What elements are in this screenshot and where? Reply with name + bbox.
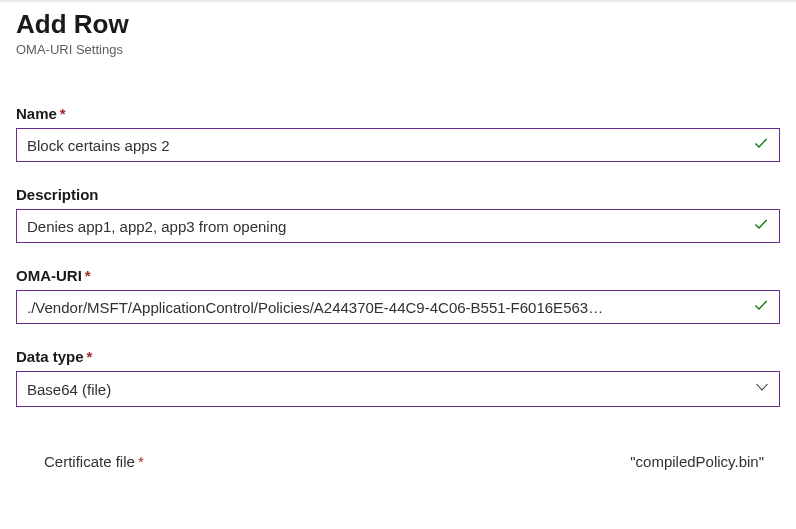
description-label: Description xyxy=(16,186,780,203)
required-marker: * xyxy=(85,267,91,284)
certificate-file-name: "compiledPolicy.bin" xyxy=(630,453,770,470)
add-row-panel: Add Row OMA-URI Settings Name* Descripti… xyxy=(0,3,796,470)
datatype-select-wrap: Base64 (file) xyxy=(16,371,780,407)
omauri-label: OMA-URI* xyxy=(16,267,780,284)
description-label-text: Description xyxy=(16,186,99,203)
description-input-wrap xyxy=(16,209,780,243)
datatype-selected-value: Base64 (file) xyxy=(27,381,111,398)
omauri-input[interactable] xyxy=(16,290,780,324)
description-input[interactable] xyxy=(16,209,780,243)
field-description: Description xyxy=(16,186,780,243)
omauri-input-wrap xyxy=(16,290,780,324)
required-marker: * xyxy=(138,453,144,470)
datatype-select[interactable]: Base64 (file) xyxy=(16,371,780,407)
name-input-wrap xyxy=(16,128,780,162)
field-omauri: OMA-URI* xyxy=(16,267,780,324)
field-datatype: Data type* Base64 (file) xyxy=(16,348,780,407)
omauri-label-text: OMA-URI xyxy=(16,267,82,284)
name-label-text: Name xyxy=(16,105,57,122)
required-marker: * xyxy=(87,348,93,365)
page-title: Add Row xyxy=(16,9,780,40)
certificate-file-label-text: Certificate file xyxy=(44,453,135,470)
certificate-file-row: Certificate file* "compiledPolicy.bin" xyxy=(16,453,780,470)
certificate-file-label: Certificate file* xyxy=(44,453,144,470)
page-subtitle: OMA-URI Settings xyxy=(16,42,780,57)
name-input[interactable] xyxy=(16,128,780,162)
field-name: Name* xyxy=(16,105,780,162)
datatype-label: Data type* xyxy=(16,348,780,365)
datatype-label-text: Data type xyxy=(16,348,84,365)
required-marker: * xyxy=(60,105,66,122)
name-label: Name* xyxy=(16,105,780,122)
